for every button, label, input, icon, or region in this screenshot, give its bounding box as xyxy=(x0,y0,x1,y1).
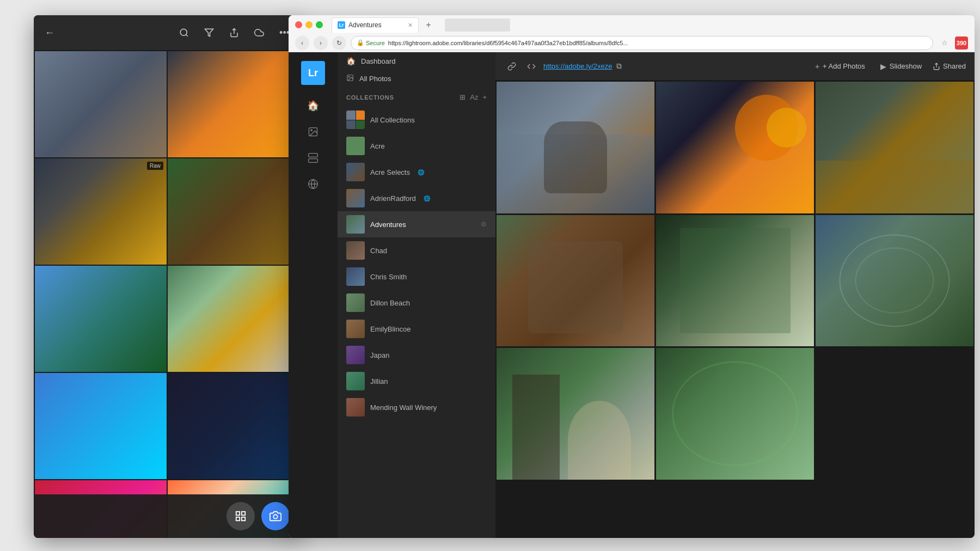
grid-photo-8[interactable] xyxy=(656,348,814,480)
play-icon: ▶ xyxy=(880,62,886,71)
acre-selects-thumb xyxy=(346,163,365,181)
list-item[interactable] xyxy=(35,373,167,479)
collection-item-dillon[interactable]: Dillon Beach xyxy=(338,290,495,316)
maximize-window-button[interactable] xyxy=(316,21,323,28)
svg-rect-10 xyxy=(309,154,318,157)
svg-point-17 xyxy=(348,76,350,77)
grid-photo-4[interactable] xyxy=(497,215,654,347)
all-photos-nav-item[interactable]: All Photos xyxy=(338,70,495,88)
collection-item-chad[interactable]: Chad xyxy=(338,237,495,264)
mobile-cloud-button[interactable] xyxy=(254,28,264,38)
mobile-gallery-button[interactable] xyxy=(226,502,255,530)
adrien-thumb xyxy=(346,189,365,207)
grid-photo-1[interactable] xyxy=(497,82,654,213)
mobile-back-button[interactable]: ← xyxy=(45,27,54,39)
photo-grid xyxy=(495,81,975,538)
collection-item-acre-selects[interactable]: Acre Selects 🌐 xyxy=(338,159,495,185)
collections-sort-btn[interactable]: Az xyxy=(470,93,478,101)
browser-forward-button[interactable]: › xyxy=(314,36,328,50)
mobile-toolbar: ← ••• xyxy=(34,15,301,50)
grid-photo-7[interactable] xyxy=(497,348,654,480)
list-item[interactable] xyxy=(168,266,299,372)
collection-item-acre[interactable]: Acre xyxy=(338,133,495,159)
browser-ext-1[interactable]: 390 xyxy=(955,36,968,50)
sidebar-item-photos[interactable] xyxy=(301,120,325,144)
plus-icon: + xyxy=(815,62,819,71)
svg-rect-11 xyxy=(309,159,318,163)
dashboard-icon: 🏠 xyxy=(346,57,356,65)
list-item[interactable] xyxy=(168,373,299,479)
grid-photo-5[interactable] xyxy=(656,215,814,347)
browser-back-button[interactable]: ‹ xyxy=(295,36,309,50)
embed-icon-button[interactable] xyxy=(524,59,539,74)
grid-photo-6[interactable] xyxy=(816,215,973,347)
bookmark-button[interactable]: ☆ xyxy=(938,36,952,50)
svg-rect-5 xyxy=(242,517,245,521)
collection-item-emily[interactable]: EmilyBlincoe xyxy=(338,316,495,342)
raw-badge: Raw xyxy=(147,162,163,170)
emily-thumb xyxy=(346,320,365,338)
all-photos-label: All Photos xyxy=(359,75,391,83)
browser-extension-area xyxy=(445,19,510,32)
collections-add-btn[interactable]: + xyxy=(482,93,487,101)
browser-tab-adventures[interactable]: Lr Adventures ✕ xyxy=(332,17,419,33)
tab-favicon: Lr xyxy=(338,21,345,29)
sidebar-item-globe[interactable] xyxy=(301,172,325,196)
new-tab-button[interactable]: + xyxy=(421,17,436,33)
close-window-button[interactable] xyxy=(295,21,302,28)
svg-point-9 xyxy=(311,130,313,131)
collection-chris-smith-label: Chris Smith xyxy=(370,273,407,281)
grid-photo-2[interactable] xyxy=(656,82,814,213)
minimize-window-button[interactable] xyxy=(305,21,313,28)
globe-icon-adrien: 🌐 xyxy=(424,195,430,201)
collection-item-japan[interactable]: Japan xyxy=(338,342,495,368)
collection-item-all[interactable]: All Collections xyxy=(338,107,495,133)
share-link-group: https://adobe.ly/2xeze ⧉ xyxy=(504,59,622,74)
tab-title: Adventures xyxy=(348,21,382,29)
mobile-filter-button[interactable] xyxy=(204,28,214,38)
collection-acre-label: Acre xyxy=(370,142,385,150)
list-item[interactable] xyxy=(168,51,299,157)
mobile-search-button[interactable] xyxy=(179,28,189,38)
collection-item-mending[interactable]: Mending Wall Winery xyxy=(338,394,495,420)
traffic-lights xyxy=(295,21,323,28)
collections-grid-btn[interactable]: ⊞ xyxy=(460,93,465,101)
collection-adrien-label: AdrienRadford xyxy=(370,194,416,203)
collection-item-jillian[interactable]: Jillian xyxy=(338,368,495,394)
all-photos-icon xyxy=(346,74,354,83)
shared-button[interactable]: Shared xyxy=(933,62,966,70)
slideshow-button[interactable]: ▶ Slideshow xyxy=(876,60,926,73)
copy-url-button[interactable]: ⧉ xyxy=(616,62,622,71)
collection-all-label: All Collections xyxy=(370,116,415,124)
globe-icon: 🌐 xyxy=(418,169,424,175)
sidebar-item-storage[interactable] xyxy=(301,146,325,170)
collection-acre-selects-label: Acre Selects xyxy=(370,168,410,176)
collection-item-adrien[interactable]: AdrienRadford 🌐 xyxy=(338,185,495,211)
list-item[interactable] xyxy=(168,158,299,265)
collection-chad-label: Chad xyxy=(370,247,387,255)
collection-settings-icon[interactable]: ⚙ xyxy=(481,221,487,228)
collections-section-header: COLLECTIONS ⊞ Az + xyxy=(338,88,495,105)
lr-toolbar: https://adobe.ly/2xeze ⧉ + + Add Photos … xyxy=(495,52,975,81)
chris-smith-thumb xyxy=(346,267,365,286)
link-icon-button[interactable] xyxy=(504,59,519,74)
list-item[interactable]: Raw xyxy=(35,158,167,265)
mobile-camera-button[interactable] xyxy=(261,502,290,530)
list-item[interactable] xyxy=(35,51,167,157)
address-bar[interactable]: 🔒 Secure https://lightroom.adobe.com/lib… xyxy=(351,36,933,50)
adventures-thumb xyxy=(346,215,365,234)
sidebar-item-home[interactable]: 🏠 xyxy=(301,94,325,118)
add-photos-button[interactable]: + + Add Photos xyxy=(811,60,869,73)
mobile-share-button[interactable] xyxy=(229,28,239,38)
lr-main-content: https://adobe.ly/2xeze ⧉ + + Add Photos … xyxy=(495,52,975,538)
secure-badge: 🔒 Secure xyxy=(357,39,385,46)
tab-close-button[interactable]: ✕ xyxy=(408,22,413,29)
browser-refresh-button[interactable]: ↻ xyxy=(332,36,346,50)
collection-item-chris-smith[interactable]: Chris Smith xyxy=(338,264,495,290)
grid-photo-3[interactable] xyxy=(816,82,973,213)
share-url-link[interactable]: https://adobe.ly/2xeze xyxy=(543,62,612,70)
dashboard-nav-item[interactable]: 🏠 Dashboard xyxy=(338,52,495,70)
collection-item-adventures[interactable]: Adventures ⚙ xyxy=(338,211,495,237)
list-item[interactable] xyxy=(35,266,167,372)
tab-bar: Lr Adventures ✕ + xyxy=(332,17,436,33)
